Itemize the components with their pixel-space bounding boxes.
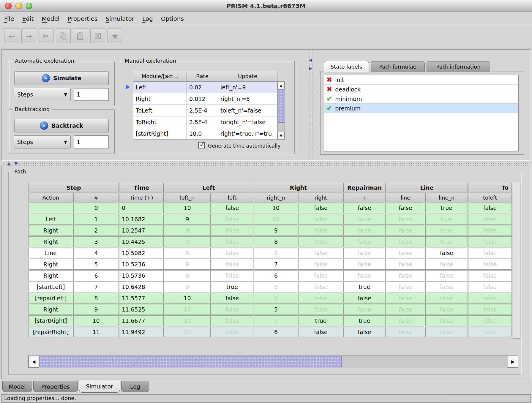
manual-transition-row[interactable]: [startRight]10.0right'=true, r'=tru <box>133 128 277 140</box>
path-cell-right-n[interactable]: 6 <box>254 293 298 304</box>
scroll-right-icon[interactable]: ▶ <box>508 356 518 368</box>
state-label-premium[interactable]: ✔premium <box>324 104 518 113</box>
path-step-row[interactable]: Line410.50829false8falsefalsefalsefalsef… <box>29 248 512 258</box>
path-cell-toleft[interactable]: false <box>468 293 512 304</box>
state-label-minimum[interactable]: ✔minimum <box>324 94 518 104</box>
path-cell-right-n[interactable]: 8 <box>254 236 298 247</box>
path-col-header[interactable]: right <box>299 193 343 202</box>
path-cell-r[interactable]: false <box>343 203 386 213</box>
path-cell--[interactable]: 11 <box>73 327 119 337</box>
rate-cell[interactable]: 2.5E-4 <box>187 105 218 116</box>
rate-cell[interactable]: 0.02 <box>187 82 218 93</box>
path-cell-r[interactable]: false <box>343 248 386 258</box>
path-table-vertical-scrollbar[interactable] <box>513 182 520 339</box>
menu-simulator[interactable]: Simulator <box>105 15 134 22</box>
path-cell-right[interactable]: false <box>299 282 343 292</box>
path-cell-right[interactable]: false <box>299 248 343 258</box>
path-cell-right[interactable]: false <box>299 236 343 247</box>
path-cell-action[interactable]: [startRight] <box>29 315 73 326</box>
path-cell-line[interactable]: false <box>386 214 425 225</box>
simulate-steps-combo[interactable]: Steps ▼ <box>14 88 71 101</box>
menu-log[interactable]: Log <box>142 15 153 22</box>
path-cell-line-n[interactable]: false <box>425 304 468 315</box>
path-cell-left[interactable]: false <box>211 293 253 304</box>
path-cell-line[interactable]: false <box>386 282 425 292</box>
path-cell-time-[interactable]: 11.6677 <box>119 315 164 326</box>
path-cell-line-n[interactable]: false <box>425 315 468 326</box>
path-cell--[interactable]: 10 <box>73 315 119 326</box>
path-col-header[interactable]: left_n <box>164 193 211 202</box>
path-cell-toleft[interactable]: false <box>468 270 512 281</box>
state-labels-list[interactable]: ✖init✖deadlock✔minimum✔premium <box>324 75 519 151</box>
path-col-header[interactable]: # <box>73 193 119 202</box>
path-cell-right-n[interactable]: 5 <box>254 315 298 326</box>
tab-properties[interactable]: Properties <box>33 381 78 392</box>
manual-transition-row[interactable]: Right0.012right_n'=5 <box>133 93 277 105</box>
path-cell-right[interactable]: true <box>299 315 343 326</box>
path-cell-left-n[interactable]: 9 <box>164 282 211 292</box>
path-cell-right-n[interactable]: 6 <box>254 282 298 292</box>
update-cell[interactable]: toright_n'=false <box>218 116 277 128</box>
manual-transition-row[interactable]: Left0.02left_n'=9 <box>133 82 277 93</box>
path-col-header[interactable]: left <box>211 193 253 202</box>
manual-exploration-table[interactable]: Module/[act...RateUpdate Left0.02left_n'… <box>133 71 277 140</box>
path-cell-right[interactable]: false <box>299 259 343 270</box>
path-col-header[interactable]: right_n <box>254 193 298 202</box>
path-cell-time-[interactable]: 10.4425 <box>119 236 164 247</box>
horizontal-splitter[interactable]: ▲ ▼ <box>2 161 530 166</box>
path-cell-left-n[interactable]: 10 <box>164 327 211 337</box>
path-cell-left-n[interactable]: 10 <box>164 203 211 213</box>
menu-options[interactable]: Options <box>161 15 184 22</box>
path-cell--[interactable]: 2 <box>73 225 119 236</box>
path-col-header[interactable]: toleft <box>468 193 512 202</box>
tab-simulator[interactable]: Simulator <box>79 380 120 393</box>
path-cell-time-[interactable]: 0 <box>119 203 164 213</box>
path-cell-right[interactable]: false <box>299 225 343 236</box>
path-step-row[interactable]: Right911.652510false5falsefalsefalsefals… <box>29 304 512 315</box>
state-label-init[interactable]: ✖init <box>324 75 518 85</box>
path-step-row[interactable]: Right510.52369false7falsefalsefalsefalse… <box>29 259 512 270</box>
path-cell-r[interactable]: false <box>343 236 386 247</box>
path-cell-left-n[interactable]: 9 <box>164 214 211 225</box>
path-col-header[interactable]: r <box>343 193 386 202</box>
path-cell-left[interactable]: false <box>211 304 253 315</box>
path-cell-right[interactable]: false <box>299 327 343 337</box>
collapse-right-icon[interactable]: ▶ <box>309 66 312 70</box>
path-cell-left-n[interactable]: 10 <box>164 293 211 304</box>
path-cell-line-n[interactable]: false <box>425 259 468 270</box>
path-cell-right-n[interactable]: 6 <box>254 327 298 337</box>
path-cell-right-n[interactable]: 10 <box>254 203 298 213</box>
path-step-row[interactable]: 0010false10falsefalsefalsetruefalse <box>29 203 512 213</box>
path-cell-r[interactable]: false <box>343 225 386 236</box>
path-cell-toleft[interactable]: false <box>468 304 512 315</box>
path-cell-line-n[interactable]: true <box>425 203 468 213</box>
path-cell-left[interactable]: false <box>211 248 253 258</box>
path-cell--[interactable]: 6 <box>73 270 119 281</box>
path-cell-toleft[interactable]: false <box>468 282 512 292</box>
menu-model[interactable]: Model <box>42 15 59 22</box>
path-cell--[interactable]: 7 <box>73 282 119 292</box>
path-cell-r[interactable]: false <box>343 259 386 270</box>
path-cell-left[interactable]: false <box>211 236 253 247</box>
scroll-left-icon[interactable]: ◀ <box>29 356 39 368</box>
path-cell-left-n[interactable]: 10 <box>164 315 211 326</box>
path-cell-line-n[interactable]: false <box>425 248 468 258</box>
path-cell-time-[interactable]: 10.5236 <box>119 259 164 270</box>
path-cell-line-n[interactable]: false <box>425 327 468 337</box>
collapse-left-icon[interactable]: ◀ <box>309 58 312 62</box>
manual-col-header[interactable]: Module/[act... <box>133 71 187 82</box>
path-cell-line[interactable]: false <box>386 203 425 213</box>
backtrack-steps-input[interactable] <box>74 135 109 148</box>
path-col-header[interactable]: line_n <box>425 193 468 202</box>
path-cell-r[interactable]: false <box>343 270 386 281</box>
path-cell-line-n[interactable]: false <box>425 282 468 292</box>
path-cell-toleft[interactable]: false <box>468 248 512 258</box>
path-cell-r[interactable]: false <box>343 214 386 225</box>
path-cell-action[interactable]: Right <box>29 225 73 236</box>
path-cell-right[interactable]: false <box>299 214 343 225</box>
path-step-row[interactable]: [repairLeft]811.557710false6falsefalsefa… <box>29 293 512 304</box>
path-cell-right-n[interactable]: 5 <box>254 304 298 315</box>
manual-col-header[interactable]: Rate <box>187 71 218 82</box>
path-cell-action[interactable]: [repairLeft] <box>29 293 73 304</box>
path-cell-action[interactable] <box>29 203 73 213</box>
